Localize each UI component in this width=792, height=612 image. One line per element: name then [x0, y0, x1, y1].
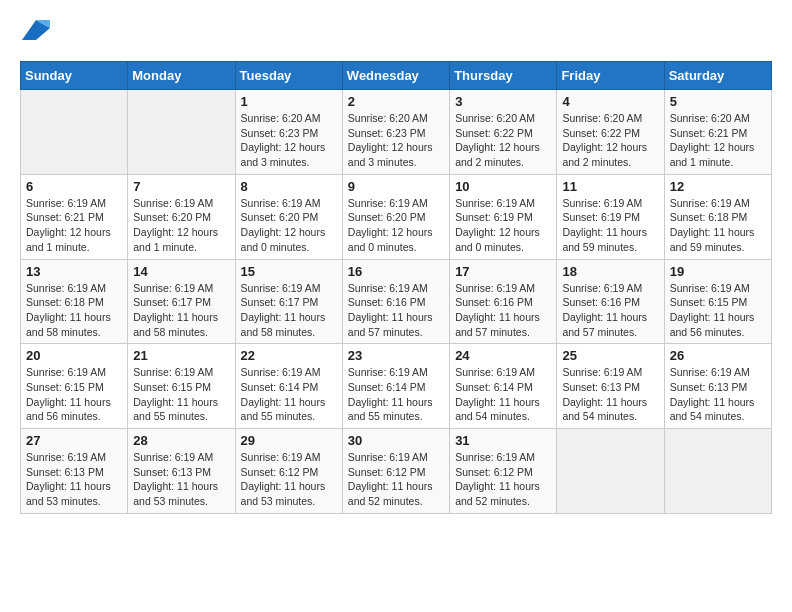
day-info: Sunrise: 6:20 AM Sunset: 6:23 PM Dayligh… — [241, 111, 337, 170]
day-number: 13 — [26, 264, 122, 279]
calendar-cell — [128, 90, 235, 175]
day-number: 5 — [670, 94, 766, 109]
calendar-week-4: 20Sunrise: 6:19 AM Sunset: 6:15 PM Dayli… — [21, 344, 772, 429]
logo — [20, 20, 50, 45]
calendar-body: 1Sunrise: 6:20 AM Sunset: 6:23 PM Daylig… — [21, 90, 772, 514]
day-info: Sunrise: 6:20 AM Sunset: 6:21 PM Dayligh… — [670, 111, 766, 170]
day-number: 4 — [562, 94, 658, 109]
day-number: 29 — [241, 433, 337, 448]
day-number: 30 — [348, 433, 444, 448]
day-info: Sunrise: 6:19 AM Sunset: 6:20 PM Dayligh… — [241, 196, 337, 255]
day-info: Sunrise: 6:19 AM Sunset: 6:15 PM Dayligh… — [133, 365, 229, 424]
calendar-cell: 21Sunrise: 6:19 AM Sunset: 6:15 PM Dayli… — [128, 344, 235, 429]
calendar-cell: 11Sunrise: 6:19 AM Sunset: 6:19 PM Dayli… — [557, 174, 664, 259]
day-info: Sunrise: 6:19 AM Sunset: 6:13 PM Dayligh… — [670, 365, 766, 424]
day-number: 19 — [670, 264, 766, 279]
day-number: 21 — [133, 348, 229, 363]
day-number: 31 — [455, 433, 551, 448]
day-number: 10 — [455, 179, 551, 194]
day-number: 27 — [26, 433, 122, 448]
day-number: 16 — [348, 264, 444, 279]
day-info: Sunrise: 6:19 AM Sunset: 6:15 PM Dayligh… — [670, 281, 766, 340]
logo-icon — [22, 20, 50, 40]
day-number: 8 — [241, 179, 337, 194]
day-number: 1 — [241, 94, 337, 109]
calendar-week-3: 13Sunrise: 6:19 AM Sunset: 6:18 PM Dayli… — [21, 259, 772, 344]
day-number: 22 — [241, 348, 337, 363]
logo-text — [20, 20, 50, 45]
day-info: Sunrise: 6:20 AM Sunset: 6:22 PM Dayligh… — [455, 111, 551, 170]
calendar-cell: 9Sunrise: 6:19 AM Sunset: 6:20 PM Daylig… — [342, 174, 449, 259]
calendar-cell: 30Sunrise: 6:19 AM Sunset: 6:12 PM Dayli… — [342, 429, 449, 514]
calendar-cell: 5Sunrise: 6:20 AM Sunset: 6:21 PM Daylig… — [664, 90, 771, 175]
day-number: 15 — [241, 264, 337, 279]
day-info: Sunrise: 6:19 AM Sunset: 6:12 PM Dayligh… — [348, 450, 444, 509]
weekday-header-friday: Friday — [557, 62, 664, 90]
day-number: 11 — [562, 179, 658, 194]
day-number: 7 — [133, 179, 229, 194]
calendar-cell: 25Sunrise: 6:19 AM Sunset: 6:13 PM Dayli… — [557, 344, 664, 429]
day-info: Sunrise: 6:19 AM Sunset: 6:17 PM Dayligh… — [241, 281, 337, 340]
day-number: 6 — [26, 179, 122, 194]
calendar-cell: 28Sunrise: 6:19 AM Sunset: 6:13 PM Dayli… — [128, 429, 235, 514]
calendar-header: SundayMondayTuesdayWednesdayThursdayFrid… — [21, 62, 772, 90]
weekday-header-saturday: Saturday — [664, 62, 771, 90]
calendar-cell: 3Sunrise: 6:20 AM Sunset: 6:22 PM Daylig… — [450, 90, 557, 175]
calendar-cell: 8Sunrise: 6:19 AM Sunset: 6:20 PM Daylig… — [235, 174, 342, 259]
calendar-cell: 17Sunrise: 6:19 AM Sunset: 6:16 PM Dayli… — [450, 259, 557, 344]
day-info: Sunrise: 6:19 AM Sunset: 6:15 PM Dayligh… — [26, 365, 122, 424]
calendar-cell: 16Sunrise: 6:19 AM Sunset: 6:16 PM Dayli… — [342, 259, 449, 344]
calendar-cell: 19Sunrise: 6:19 AM Sunset: 6:15 PM Dayli… — [664, 259, 771, 344]
weekday-header-tuesday: Tuesday — [235, 62, 342, 90]
calendar-cell: 6Sunrise: 6:19 AM Sunset: 6:21 PM Daylig… — [21, 174, 128, 259]
calendar-cell — [21, 90, 128, 175]
day-info: Sunrise: 6:19 AM Sunset: 6:16 PM Dayligh… — [562, 281, 658, 340]
day-info: Sunrise: 6:19 AM Sunset: 6:16 PM Dayligh… — [455, 281, 551, 340]
calendar-cell — [557, 429, 664, 514]
calendar-cell: 18Sunrise: 6:19 AM Sunset: 6:16 PM Dayli… — [557, 259, 664, 344]
day-info: Sunrise: 6:20 AM Sunset: 6:22 PM Dayligh… — [562, 111, 658, 170]
day-info: Sunrise: 6:19 AM Sunset: 6:13 PM Dayligh… — [133, 450, 229, 509]
day-number: 9 — [348, 179, 444, 194]
day-number: 14 — [133, 264, 229, 279]
day-info: Sunrise: 6:19 AM Sunset: 6:18 PM Dayligh… — [670, 196, 766, 255]
calendar-cell: 31Sunrise: 6:19 AM Sunset: 6:12 PM Dayli… — [450, 429, 557, 514]
day-number: 12 — [670, 179, 766, 194]
day-info: Sunrise: 6:19 AM Sunset: 6:17 PM Dayligh… — [133, 281, 229, 340]
calendar-cell: 10Sunrise: 6:19 AM Sunset: 6:19 PM Dayli… — [450, 174, 557, 259]
weekday-header-thursday: Thursday — [450, 62, 557, 90]
weekday-header-sunday: Sunday — [21, 62, 128, 90]
day-number: 24 — [455, 348, 551, 363]
day-info: Sunrise: 6:19 AM Sunset: 6:20 PM Dayligh… — [348, 196, 444, 255]
calendar-cell: 24Sunrise: 6:19 AM Sunset: 6:14 PM Dayli… — [450, 344, 557, 429]
day-number: 2 — [348, 94, 444, 109]
day-info: Sunrise: 6:19 AM Sunset: 6:13 PM Dayligh… — [26, 450, 122, 509]
weekday-row: SundayMondayTuesdayWednesdayThursdayFrid… — [21, 62, 772, 90]
day-info: Sunrise: 6:19 AM Sunset: 6:14 PM Dayligh… — [455, 365, 551, 424]
calendar-cell: 22Sunrise: 6:19 AM Sunset: 6:14 PM Dayli… — [235, 344, 342, 429]
day-info: Sunrise: 6:19 AM Sunset: 6:14 PM Dayligh… — [348, 365, 444, 424]
calendar-table: SundayMondayTuesdayWednesdayThursdayFrid… — [20, 61, 772, 514]
calendar-cell — [664, 429, 771, 514]
day-number: 18 — [562, 264, 658, 279]
day-info: Sunrise: 6:19 AM Sunset: 6:13 PM Dayligh… — [562, 365, 658, 424]
calendar-cell: 14Sunrise: 6:19 AM Sunset: 6:17 PM Dayli… — [128, 259, 235, 344]
calendar-cell: 1Sunrise: 6:20 AM Sunset: 6:23 PM Daylig… — [235, 90, 342, 175]
calendar-cell: 20Sunrise: 6:19 AM Sunset: 6:15 PM Dayli… — [21, 344, 128, 429]
day-info: Sunrise: 6:19 AM Sunset: 6:14 PM Dayligh… — [241, 365, 337, 424]
calendar-cell: 12Sunrise: 6:19 AM Sunset: 6:18 PM Dayli… — [664, 174, 771, 259]
page-header — [20, 20, 772, 45]
day-number: 26 — [670, 348, 766, 363]
weekday-header-wednesday: Wednesday — [342, 62, 449, 90]
day-number: 23 — [348, 348, 444, 363]
day-info: Sunrise: 6:19 AM Sunset: 6:19 PM Dayligh… — [455, 196, 551, 255]
day-info: Sunrise: 6:19 AM Sunset: 6:20 PM Dayligh… — [133, 196, 229, 255]
day-number: 17 — [455, 264, 551, 279]
weekday-header-monday: Monday — [128, 62, 235, 90]
day-number: 3 — [455, 94, 551, 109]
calendar-cell: 29Sunrise: 6:19 AM Sunset: 6:12 PM Dayli… — [235, 429, 342, 514]
calendar-cell: 15Sunrise: 6:19 AM Sunset: 6:17 PM Dayli… — [235, 259, 342, 344]
calendar-cell: 13Sunrise: 6:19 AM Sunset: 6:18 PM Dayli… — [21, 259, 128, 344]
day-info: Sunrise: 6:19 AM Sunset: 6:18 PM Dayligh… — [26, 281, 122, 340]
calendar-week-2: 6Sunrise: 6:19 AM Sunset: 6:21 PM Daylig… — [21, 174, 772, 259]
